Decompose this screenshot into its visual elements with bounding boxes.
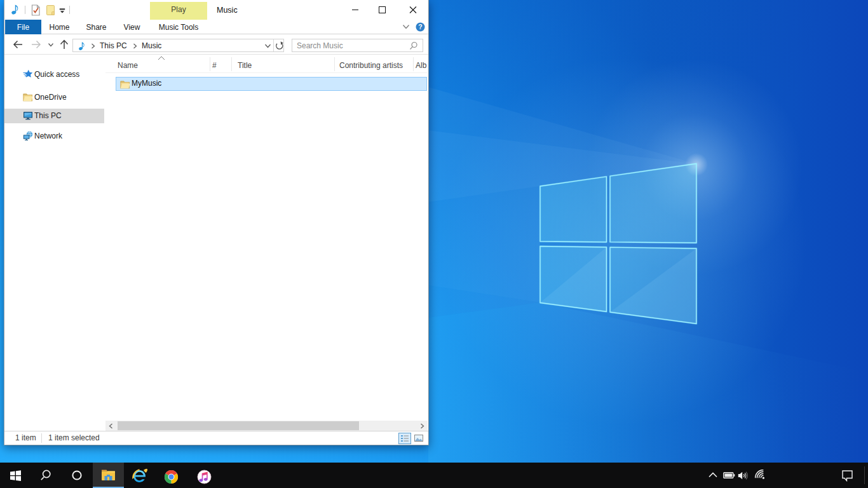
svg-text:?: ? [418, 23, 422, 30]
